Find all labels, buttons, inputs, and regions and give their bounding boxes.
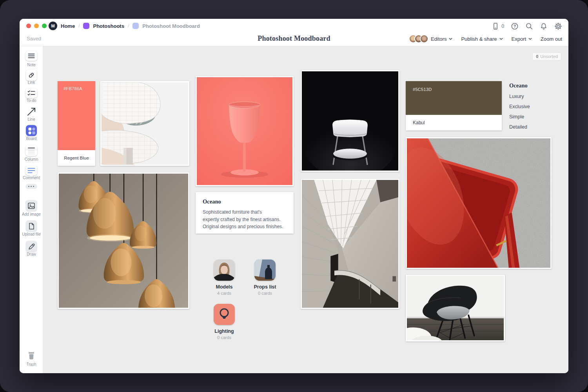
editors-button[interactable]: Editors [409, 34, 452, 43]
image-card-corridor[interactable] [301, 179, 399, 309]
image-card-red-chair[interactable] [406, 137, 552, 269]
export-label: Export [512, 36, 526, 42]
color-name-label: Regent Blue [58, 150, 95, 166]
header: M Home / Photoshoots / Photoshoot Moodbo… [20, 19, 568, 46]
add-image-button[interactable] [25, 200, 37, 212]
color-swatch: #5C513D [406, 81, 502, 115]
add-image-label: Add image [20, 212, 43, 216]
upload-file-label: Upload file [20, 232, 43, 236]
notifications-bell-icon[interactable] [540, 22, 548, 30]
link-tool-label: Link [20, 80, 43, 85]
todo-tool-button[interactable] [25, 88, 37, 98]
board-name: Models [203, 284, 246, 290]
trash-label: Trash [20, 362, 43, 367]
editors-label: Editors [431, 36, 446, 42]
board-tool-label: Board [20, 136, 43, 141]
moodboard-board-icon[interactable] [132, 23, 139, 29]
search-icon[interactable] [525, 22, 533, 30]
publish-share-label: Publish & share [461, 36, 497, 42]
note-body: Sophisticated furniture that's expertly … [203, 209, 287, 230]
header-actions: Editors Publish & share Export Zoom out [409, 34, 562, 44]
image-card-coral-goblet[interactable] [196, 76, 294, 186]
app-window: M Home / Photoshoots / Photoshoot Moodbo… [20, 19, 568, 373]
unsorted-badge[interactable]: 0 Unsorted [532, 53, 561, 60]
white-chair-image [302, 71, 398, 171]
draw-pencil-icon [25, 241, 37, 252]
color-card-kabul[interactable]: #5C513D Kabul [406, 81, 502, 131]
breadcrumb-current: Photoshoot Moodboard [142, 23, 200, 29]
board-count: 4 cards [203, 291, 246, 296]
chevron-down-icon [499, 38, 503, 40]
props-list-thumbnail [254, 260, 276, 281]
text-card-oceano[interactable]: Oceano Sophisticated furniture that's ex… [196, 192, 294, 234]
header-icon-row: 0 ? [492, 19, 562, 34]
color-hex-label: #5C513D [406, 81, 502, 92]
lighting-thumbnail [214, 304, 235, 325]
black-chair-image [407, 276, 504, 340]
list-item: Exclusive [509, 104, 568, 109]
more-tools-button[interactable] [25, 184, 37, 189]
draw-button[interactable] [25, 241, 37, 252]
red-chair-image [407, 138, 550, 268]
board-link-lighting[interactable]: Lighting 0 cards [203, 304, 246, 340]
milanote-logo-icon[interactable]: M [49, 22, 57, 30]
zoom-out-button[interactable]: Zoom out [541, 36, 562, 42]
unsorted-label: Unsorted [540, 54, 558, 59]
color-name-label: Kabul [406, 115, 502, 131]
architecture-image [102, 82, 188, 165]
window-controls [26, 24, 47, 28]
note-tool-button[interactable] [25, 51, 37, 61]
upload-file-button[interactable] [25, 220, 37, 232]
desktop-background: M Home / Photoshoots / Photoshoot Moodbo… [0, 0, 588, 392]
comment-tool-button[interactable] [25, 166, 37, 175]
mobile-uploads-count: 0 [501, 24, 504, 29]
settings-gear-icon[interactable] [554, 22, 562, 30]
image-card-white-chair[interactable] [301, 70, 399, 172]
board-canvas[interactable]: 0 Unsorted #FB786A Regent Blue [43, 46, 568, 373]
add-image-icon [25, 200, 37, 212]
line-tool-label: Line [20, 117, 43, 122]
todo-icon [25, 88, 37, 98]
photoshoots-board-icon[interactable] [83, 23, 89, 29]
breadcrumb-home[interactable]: Home [61, 23, 75, 29]
column-tool-button[interactable] [25, 145, 37, 156]
image-card-pendant-lamps[interactable] [58, 172, 189, 309]
board-icon [26, 125, 37, 136]
more-dots-icon [25, 184, 37, 189]
breadcrumb-photoshoots[interactable]: Photoshoots [93, 23, 124, 29]
maximize-window-icon[interactable] [42, 24, 47, 28]
column-tool-label: Column [20, 157, 43, 162]
board-tool-button[interactable] [26, 125, 37, 136]
trash-button[interactable] [26, 350, 36, 362]
line-tool-button[interactable] [26, 107, 36, 118]
export-button[interactable]: Export [512, 36, 532, 42]
text-card-oceano-list[interactable]: Oceano Luxury Exclusive Simple Detailed [509, 82, 568, 130]
tool-sidebar: Note Link To-do [20, 46, 43, 373]
link-tool-button[interactable] [26, 70, 37, 81]
list-item: Simple [509, 114, 568, 120]
note-icon [25, 51, 37, 61]
list-title: Oceano [509, 82, 568, 89]
corridor-image [302, 180, 398, 308]
color-card-regent-blue[interactable]: #FB786A Regent Blue [58, 81, 95, 166]
publish-share-button[interactable]: Publish & share [461, 36, 503, 42]
board-name: Props list [243, 284, 287, 290]
image-card-architecture[interactable] [100, 81, 189, 166]
link-icon [26, 70, 37, 81]
coral-goblet-image [197, 77, 292, 185]
list-item: Detailed [509, 124, 568, 130]
line-arrow-icon [26, 107, 36, 117]
minimize-window-icon[interactable] [34, 24, 39, 28]
board-count: 0 cards [243, 291, 287, 296]
board-link-models[interactable]: Models 4 cards [203, 260, 246, 296]
mobile-uploads-button[interactable]: 0 [492, 22, 504, 30]
breadcrumb-separator: / [128, 23, 129, 29]
breadcrumb: M Home / Photoshoots / Photoshoot Moodbo… [49, 19, 200, 33]
comment-tool-label: Comment [20, 176, 43, 180]
image-card-black-chair[interactable] [406, 275, 505, 341]
board-link-props-list[interactable]: Props list 0 cards [243, 260, 287, 296]
close-window-icon[interactable] [26, 24, 31, 28]
help-icon[interactable]: ? [511, 22, 519, 30]
upload-file-icon [25, 220, 37, 232]
note-title: Oceano [203, 198, 287, 205]
